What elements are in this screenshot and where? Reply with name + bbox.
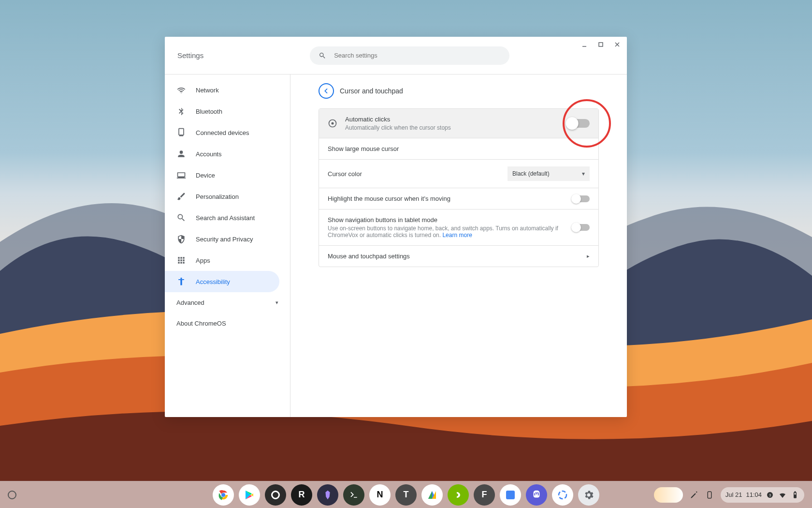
shelf-app-obsidian[interactable] [317,484,338,506]
sidebar-item-search-assistant[interactable]: Search and Assistant [165,207,290,228]
launcher-button[interactable] [8,491,16,499]
shelf-app-app-circle2[interactable] [552,484,573,506]
sidebar-label: Apps [196,257,210,264]
sidebar-label: Security and Privacy [196,236,253,243]
settings-list: Automatic clicks Automatically click whe… [319,108,599,267]
highlight-cursor-toggle[interactable] [572,195,590,202]
row-cursor-color: Cursor color Black (default) [319,160,598,188]
sidebar-label: Advanced [176,299,204,306]
shelf-app-settings-app[interactable] [578,484,599,506]
shelf-app-app-colors[interactable] [421,484,443,506]
svg-point-3 [332,122,334,125]
search-icon [176,213,186,223]
svg-text:3: 3 [769,493,771,497]
sidebar-item-personalization[interactable]: Personalization [165,186,290,207]
row-large-cursor: Show large mouse cursor [319,138,598,160]
subpage-header: Cursor and touchpad [319,80,599,102]
shelf-app-terminal[interactable] [343,484,364,506]
bluetooth-icon [176,106,186,116]
svg-rect-8 [708,492,711,498]
sidebar-label: Accessibility [196,278,230,285]
shelf-app-app-square[interactable] [500,484,521,506]
sidebar-item-about[interactable]: About ChromeOS [165,313,290,334]
sidebar-item-device[interactable]: Device [165,164,290,186]
row-subtitle: Automatically click when the cursor stop… [345,124,572,131]
sidebar-item-accounts[interactable]: Accounts [165,143,290,164]
sidebar-item-security-privacy[interactable]: Security and Privacy [165,228,290,250]
sidebar-label: Accounts [196,150,221,158]
shield-icon [176,234,186,244]
close-button[interactable] [612,40,622,49]
phone-hub-icon[interactable] [705,491,714,499]
sidebar-item-connected-devices[interactable]: Connected devices [165,122,290,143]
shelf-app-app-t[interactable]: T [395,484,417,506]
row-title: Show navigation buttons in tablet mode [328,216,572,224]
cursor-color-select[interactable]: Black (default) [508,166,590,181]
notification-badge-icon: 3 [766,491,774,499]
battery-icon [791,491,799,499]
accessibility-icon [176,277,186,286]
sidebar-label: Connected devices [196,129,249,136]
svg-rect-12 [795,495,796,497]
tray-date: Jul 21 [725,491,742,498]
notification-pill[interactable] [654,487,683,503]
shelf-app-chrome[interactable] [213,484,234,506]
row-subtitle: Use on-screen buttons to navigate home, … [328,225,572,239]
back-button[interactable] [319,83,334,99]
learn-more-link[interactable]: Learn more [442,232,472,239]
stylus-icon[interactable] [690,491,698,499]
shelf-app-mastodon[interactable] [526,484,547,506]
shelf: RNTF Jul 21 11:04 3 [0,481,812,508]
sidebar-label: Network [196,87,219,94]
automatic-clicks-toggle[interactable] [567,119,590,128]
tablet-nav-toggle[interactable] [572,224,590,231]
shelf-app-play-store[interactable] [239,484,260,506]
shelf-app-notion[interactable]: N [369,484,391,506]
select-value: Black (default) [512,170,550,177]
tray-time: 11:04 [746,491,762,498]
minimize-button[interactable] [580,40,589,49]
page-title: Settings [177,51,203,60]
search-input[interactable] [334,52,501,59]
header: Settings [165,37,627,75]
shelf-app-nvidia[interactable] [448,484,469,506]
row-title: Automatic clicks [345,116,572,123]
wifi-icon [176,85,186,95]
sidebar-label: Bluetooth [196,108,222,115]
sidebar-group-advanced[interactable]: Advanced ▾ [165,292,290,313]
row-title: Show large mouse cursor [328,145,590,152]
sidebar-item-apps[interactable]: Apps [165,250,290,271]
shelf-app-app-r[interactable]: R [291,484,312,506]
subpage-title: Cursor and touchpad [340,87,403,95]
sidebar-label: About ChromeOS [176,320,226,327]
devices-icon [176,128,186,137]
person-icon [176,149,186,159]
sidebar-label: Search and Assistant [196,214,255,222]
row-highlight-cursor: Highlight the mouse cursor when it's mov… [319,188,598,209]
target-icon [328,119,337,128]
row-mouse-touchpad-settings[interactable]: Mouse and touchpad settings ▸ [319,246,598,267]
row-title: Highlight the mouse cursor when it's mov… [328,195,572,202]
laptop-icon [176,170,186,180]
chevron-right-icon: ▸ [587,253,590,259]
apps-icon [176,255,186,265]
sidebar: Network Bluetooth Connected devices Acco… [165,75,290,417]
row-automatic-clicks: Automatic clicks Automatically click whe… [319,109,598,138]
sidebar-item-accessibility[interactable]: Accessibility [165,271,279,292]
search-icon [319,52,326,60]
brush-icon [176,192,186,201]
svg-point-7 [559,491,566,499]
shelf-app-app-f[interactable]: F [474,484,495,506]
sidebar-label: Personalization [196,193,239,200]
svg-rect-0 [599,43,603,46]
sidebar-label: Device [196,172,215,179]
sidebar-item-network[interactable]: Network [165,79,290,101]
maximize-button[interactable] [596,40,606,49]
svg-point-1 [180,278,182,279]
search-container[interactable] [310,46,509,65]
shelf-app-app-ring[interactable] [265,484,286,506]
row-tablet-nav: Show navigation buttons in tablet mode U… [319,209,598,246]
sidebar-item-bluetooth[interactable]: Bluetooth [165,101,290,122]
status-tray[interactable]: Jul 21 11:04 3 [721,487,804,503]
chevron-down-icon: ▾ [276,299,278,306]
